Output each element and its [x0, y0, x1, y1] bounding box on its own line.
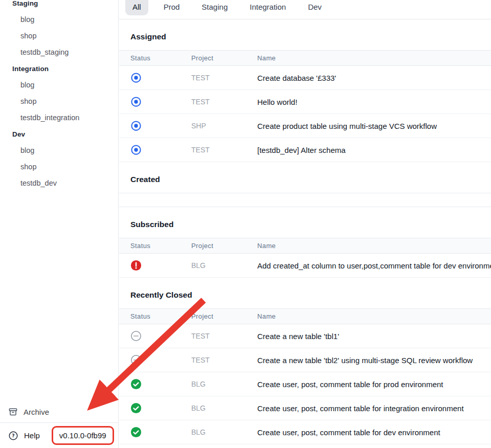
status-open-icon	[130, 120, 142, 131]
issue-sections: AssignedStatusProjectNameTESTCreate data…	[119, 19, 491, 444]
svg-text:?: ?	[12, 433, 14, 438]
issue-name: Create user, post, comment table for int…	[257, 404, 491, 413]
issue-row[interactable]: TEST[testdb_dev] Alter schema	[119, 138, 491, 162]
tab-prod[interactable]: Prod	[157, 0, 187, 11]
sidebar-item-blog[interactable]: blog	[0, 77, 118, 93]
sidebar-item-testdb-dev[interactable]: testdb_dev	[0, 175, 118, 191]
project-key: TEST	[191, 146, 257, 154]
section-title-subscribed: Subscribed	[119, 207, 491, 238]
section-created: Created	[119, 162, 491, 207]
issue-name: Create user, post, comment table for pro…	[257, 380, 491, 389]
status-canceled-icon	[130, 330, 142, 342]
section-recently-closed: Recently ClosedStatusProjectNameTESTCrea…	[119, 278, 491, 444]
section-title-recently-closed: Recently Closed	[119, 278, 491, 308]
empty-table	[119, 193, 491, 207]
sidebar-item-staging: Staging	[0, 0, 118, 11]
issue-row[interactable]: BLGCreate user, post, comment table for …	[119, 420, 491, 444]
sidebar-item-shop[interactable]: shop	[0, 28, 118, 44]
sidebar-bottom: Archive ? Help v0.10.0-0fb99	[0, 401, 118, 448]
sidebar-item-blog[interactable]: blog	[0, 11, 118, 28]
status-done-icon	[130, 427, 142, 438]
issue-name: Create product table using multi-stage V…	[257, 122, 491, 130]
column-header-project: Project	[191, 54, 257, 62]
environment-tabs: AllProdStagingIntegrationDev	[119, 0, 491, 19]
sidebar-item-testdb-staging[interactable]: testdb_staging	[0, 44, 118, 60]
status-open-icon	[130, 72, 142, 83]
status-canceled-icon	[130, 354, 142, 366]
column-header-name: Name	[257, 54, 491, 62]
status-cell	[130, 427, 191, 438]
sidebar-item-testdb-integration[interactable]: testdb_integration	[0, 109, 118, 126]
column-header-status: Status	[130, 54, 191, 62]
status-cell	[130, 260, 191, 271]
issue-row[interactable]: BLGCreate user, post, comment table for …	[119, 396, 491, 420]
sidebar-item-shop[interactable]: shop	[0, 159, 118, 175]
column-header-project: Project	[191, 242, 257, 250]
sidebar: Stagingblogshoptestdb_stagingIntegration…	[0, 0, 119, 448]
status-cell	[130, 144, 191, 155]
status-cell	[130, 96, 191, 107]
sidebar-item-integration: Integration	[0, 60, 118, 77]
sidebar-item-shop[interactable]: shop	[0, 93, 118, 109]
issue-name: Hello world!	[257, 98, 491, 106]
column-header-status: Status	[130, 242, 191, 250]
help-icon: ?	[8, 431, 18, 441]
table-header: StatusProjectName	[119, 50, 491, 66]
status-cell	[130, 378, 191, 390]
app-root: Stagingblogshoptestdb_stagingIntegration…	[0, 0, 491, 448]
sidebar-item-dev: Dev	[0, 126, 118, 142]
column-header-status: Status	[130, 312, 191, 320]
version-badge: v0.10.0-0fb99	[52, 426, 114, 445]
project-key: TEST	[191, 356, 257, 364]
project-key: TEST	[191, 74, 257, 82]
table-header: StatusProjectName	[119, 238, 491, 254]
tab-dev[interactable]: Dev	[301, 0, 328, 11]
help-button[interactable]: ? Help v0.10.0-0fb99	[0, 423, 118, 448]
section-title-assigned: Assigned	[119, 19, 491, 50]
project-key: SHP	[191, 122, 257, 130]
status-cell	[130, 402, 191, 414]
issue-name: Create database '£333'	[257, 74, 491, 82]
status-cell	[130, 72, 191, 83]
database-tree: Stagingblogshoptestdb_stagingIntegration…	[0, 0, 118, 191]
issue-row[interactable]: SHPCreate product table using multi-stag…	[119, 114, 491, 138]
table-header: StatusProjectName	[119, 308, 491, 324]
status-cell	[130, 330, 191, 342]
tab-integration[interactable]: Integration	[243, 0, 293, 11]
issue-name: Add created_at column to user,post,comme…	[257, 261, 491, 270]
project-key: BLG	[191, 404, 257, 412]
issue-row[interactable]: TESTCreate a new table 'tbl1'	[119, 324, 491, 348]
issue-row[interactable]: TESTHello world!	[119, 90, 491, 114]
issue-row[interactable]: BLGAdd created_at column to user,post,co…	[119, 254, 491, 278]
project-key: TEST	[191, 332, 257, 340]
status-done-icon	[130, 402, 142, 414]
column-header-name: Name	[257, 312, 491, 320]
issue-row[interactable]: BLGCreate user, post, comment table for …	[119, 372, 491, 396]
status-open-icon	[130, 96, 142, 107]
issue-name: Create user, post, comment table for dev…	[257, 428, 491, 437]
project-key: BLG	[191, 380, 257, 388]
issue-row[interactable]: TESTCreate database '£333'	[119, 66, 491, 90]
tab-staging[interactable]: Staging	[195, 0, 234, 11]
issue-name: Create a new table 'tbl1'	[257, 332, 491, 341]
status-cell	[130, 354, 191, 366]
section-assigned: AssignedStatusProjectNameTESTCreate data…	[119, 19, 491, 162]
tab-all[interactable]: All	[125, 0, 148, 15]
project-key: BLG	[191, 428, 257, 436]
project-key: TEST	[191, 98, 257, 106]
sidebar-item-blog[interactable]: blog	[0, 142, 118, 159]
issue-row[interactable]: TESTCreate a new table 'tbl2' using mult…	[119, 348, 491, 372]
help-label: Help	[24, 431, 40, 440]
archive-button[interactable]: Archive	[0, 401, 118, 422]
column-header-name: Name	[257, 242, 491, 250]
section-title-created: Created	[119, 162, 491, 193]
issue-name: [testdb_dev] Alter schema	[257, 146, 491, 154]
archive-label: Archive	[24, 408, 49, 416]
project-key: BLG	[191, 261, 257, 270]
status-open-icon	[130, 144, 142, 155]
main-panel: AllProdStagingIntegrationDev AssignedSta…	[119, 0, 491, 448]
column-header-project: Project	[191, 312, 257, 320]
section-subscribed: SubscribedStatusProjectNameBLGAdd create…	[119, 207, 491, 278]
issue-name: Create a new table 'tbl2' using multi-st…	[257, 356, 491, 365]
archive-icon	[8, 407, 18, 417]
